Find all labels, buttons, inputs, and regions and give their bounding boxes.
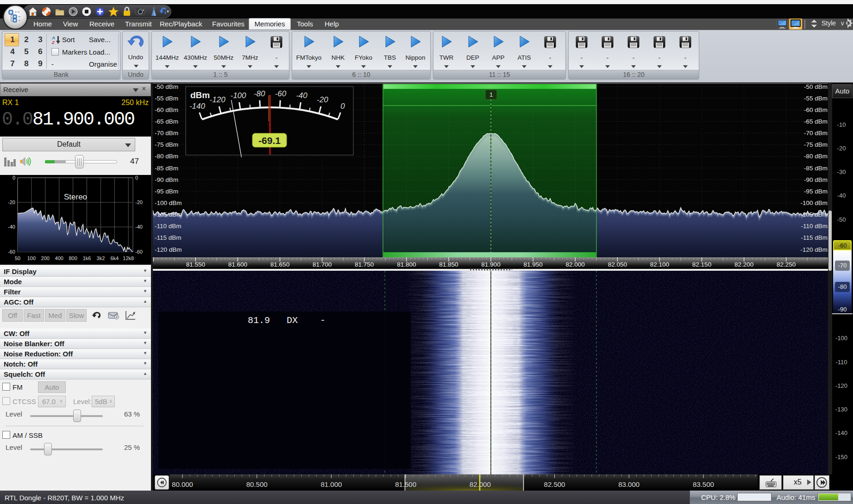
svg-text:83.500: 83.500 xyxy=(693,480,714,488)
svg-text:-80 dBm: -80 dBm xyxy=(155,153,178,160)
svg-text:Stereo: Stereo xyxy=(64,193,87,201)
svg-text:81.550: 81.550 xyxy=(186,261,205,268)
svg-text:82.150: 82.150 xyxy=(692,261,711,268)
svg-text:-80 dBm: -80 dBm xyxy=(804,153,828,160)
svg-text:-65 dBm: -65 dBm xyxy=(155,118,178,125)
svg-text:-50 dBm: -50 dBm xyxy=(804,83,828,90)
svg-text:-90 dBm: -90 dBm xyxy=(155,176,178,183)
svg-text:-40: -40 xyxy=(8,224,15,230)
svg-text:-115 dBm: -115 dBm xyxy=(801,234,828,241)
svg-text:-60 dBm: -60 dBm xyxy=(155,106,178,113)
svg-text:12k8: 12k8 xyxy=(123,255,134,261)
svg-text:81.850: 81.850 xyxy=(439,261,458,268)
svg-text:81.700: 81.700 xyxy=(313,261,332,268)
svg-text:-55 dBm: -55 dBm xyxy=(804,95,828,102)
svg-text:82.500: 82.500 xyxy=(544,480,565,488)
svg-text:-69.1: -69.1 xyxy=(258,135,281,146)
svg-text:-70 dBm: -70 dBm xyxy=(804,130,828,137)
svg-text:-20: -20 xyxy=(8,199,15,205)
svg-text:-85 dBm: -85 dBm xyxy=(804,165,828,172)
svg-text:82.000: 82.000 xyxy=(566,261,585,268)
svg-text:80.000: 80.000 xyxy=(172,480,193,488)
svg-text:3k2: 3k2 xyxy=(97,255,105,261)
svg-text:82.200: 82.200 xyxy=(734,261,753,268)
svg-text:81.9 DX -: 81.9 DX - xyxy=(248,315,326,326)
svg-text:0: 0 xyxy=(13,175,15,180)
svg-text:-100: -100 xyxy=(230,91,246,100)
svg-text:-65 dBm: -65 dBm xyxy=(804,118,828,125)
svg-text:81.750: 81.750 xyxy=(355,261,374,268)
svg-text:-100 dBm: -100 dBm xyxy=(155,199,182,206)
svg-text:-60: -60 xyxy=(275,89,287,98)
svg-text:81.600: 81.600 xyxy=(228,261,247,268)
svg-text:6k4: 6k4 xyxy=(110,255,119,261)
svg-text:81.900: 81.900 xyxy=(481,261,500,268)
svg-text:-80: -80 xyxy=(254,89,265,98)
svg-text:83.000: 83.000 xyxy=(618,480,640,488)
svg-text:82.250: 82.250 xyxy=(777,261,796,268)
svg-text:82.050: 82.050 xyxy=(608,261,627,268)
svg-text:82.100: 82.100 xyxy=(650,261,669,268)
svg-text:1k6: 1k6 xyxy=(83,255,91,261)
svg-text:-70 dBm: -70 dBm xyxy=(155,130,178,137)
svg-text:1: 1 xyxy=(489,91,493,98)
svg-text:-110 dBm: -110 dBm xyxy=(801,223,828,230)
svg-text:-105 dBm: -105 dBm xyxy=(155,211,182,218)
svg-text:-85 dBm: -85 dBm xyxy=(155,165,178,172)
svg-text:-40: -40 xyxy=(135,224,143,230)
svg-text:-90 dBm: -90 dBm xyxy=(804,176,828,183)
svg-text:Z: Z xyxy=(51,40,55,44)
svg-text:-120 dBm: -120 dBm xyxy=(155,246,182,253)
svg-text:-20: -20 xyxy=(317,95,328,104)
svg-text:200: 200 xyxy=(41,255,50,261)
svg-text:800: 800 xyxy=(69,255,77,261)
svg-text:-20: -20 xyxy=(135,199,143,205)
svg-text:81.500: 81.500 xyxy=(395,480,416,488)
svg-text:81.650: 81.650 xyxy=(270,261,289,268)
svg-text:81.950: 81.950 xyxy=(523,261,542,268)
svg-text:-75 dBm: -75 dBm xyxy=(804,141,828,148)
svg-text:-120: -120 xyxy=(210,95,226,104)
svg-text:-40: -40 xyxy=(296,91,307,100)
svg-text:81.000: 81.000 xyxy=(320,480,342,488)
svg-text:-60: -60 xyxy=(8,249,15,255)
svg-text:-60 dBm: -60 dBm xyxy=(804,106,828,113)
svg-text:100: 100 xyxy=(27,255,36,261)
svg-text:-55 dBm: -55 dBm xyxy=(155,95,178,102)
svg-text:-140: -140 xyxy=(189,102,206,111)
svg-text:-95 dBm: -95 dBm xyxy=(804,188,828,195)
svg-text:-100 dBm: -100 dBm xyxy=(800,199,828,206)
svg-text:-115 dBm: -115 dBm xyxy=(155,234,182,241)
svg-text:-95 dBm: -95 dBm xyxy=(155,188,178,195)
svg-text:80.500: 80.500 xyxy=(246,480,268,488)
svg-text:dBm: dBm xyxy=(190,90,210,100)
svg-text:-60: -60 xyxy=(135,249,143,255)
svg-text:0: 0 xyxy=(135,175,138,180)
svg-text:-120 dBm: -120 dBm xyxy=(800,246,828,253)
svg-text:50: 50 xyxy=(15,255,20,261)
svg-text:-50 dBm: -50 dBm xyxy=(155,83,178,90)
svg-text:81.800: 81.800 xyxy=(397,261,416,268)
svg-text:-110 dBm: -110 dBm xyxy=(155,223,182,230)
svg-text:-75 dBm: -75 dBm xyxy=(155,141,178,148)
svg-text:0: 0 xyxy=(340,102,345,111)
svg-text:-105 dBm: -105 dBm xyxy=(800,211,828,218)
svg-text:400: 400 xyxy=(55,255,63,261)
